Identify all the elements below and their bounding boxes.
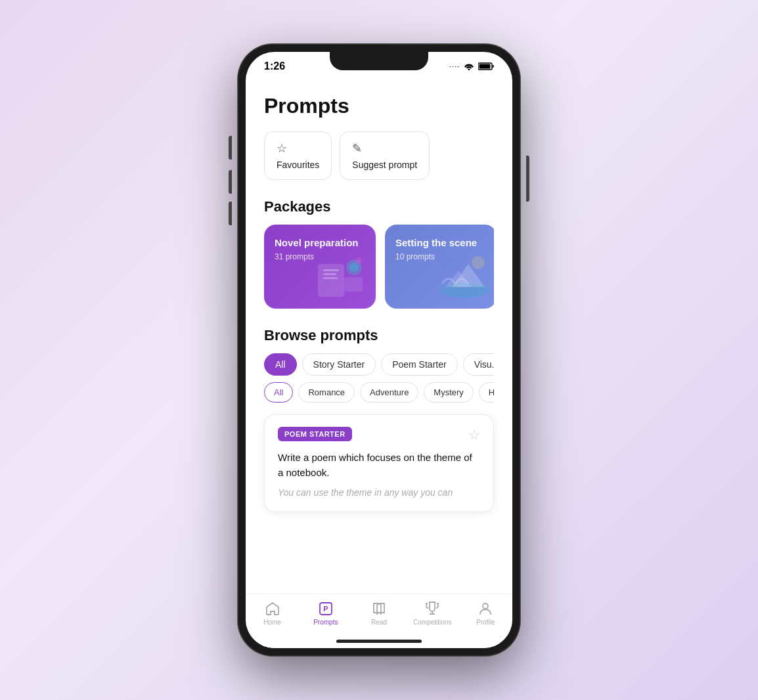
nav-item-competitions[interactable]: Competitions [406,601,459,626]
quick-actions-row: ☆ Favourites ✎ Suggest prompt [264,131,494,180]
package-card-novel[interactable]: Novel preparation 31 prompts [264,225,376,309]
package-novel-title: Novel preparation [275,236,365,250]
favourite-star-icon[interactable]: ☆ [468,427,480,443]
read-icon [371,601,387,617]
signal-icon: ···· [449,62,460,70]
phone-screen: 1:26 ···· Prompts ☆ Favo [246,52,512,648]
svg-rect-8 [344,277,363,292]
prompt-card[interactable]: POEM STARTER ☆ Write a poem which focuse… [264,414,494,512]
svg-text:P: P [323,605,328,613]
filter-all[interactable]: All [264,353,297,376]
svg-rect-5 [323,277,338,279]
filter-visual[interactable]: Visu... [463,353,494,376]
prompt-main-text: Write a poem which focuses on the theme … [278,450,480,480]
nav-item-profile[interactable]: Profile [459,601,512,626]
browse-title: Browse prompts [264,327,494,344]
favourites-label: Favourites [277,160,319,170]
genre-humour[interactable]: Humour [479,382,494,403]
competitions-label: Competitions [413,619,451,626]
genre-adventure[interactable]: Adventure [360,382,418,403]
filter-poem-starter[interactable]: Poem Starter [381,353,457,376]
page-title: Prompts [264,94,494,118]
competitions-icon [424,601,440,617]
genre-mystery[interactable]: Mystery [424,382,474,403]
genre-filters-row: All Romance Adventure Mystery Humour [264,382,494,403]
status-bar: 1:26 ···· [246,52,512,81]
home-label: Home [263,619,281,626]
prompt-card-header: POEM STARTER ☆ [278,427,480,443]
status-icons: ···· [449,62,494,70]
svg-rect-4 [323,273,336,275]
package-card-setting[interactable]: Setting the scene 10 prompts [385,225,494,309]
packages-title: Packages [264,198,494,215]
package-novel-count: 31 prompts [275,252,365,261]
svg-rect-3 [323,269,339,271]
profile-icon [478,601,493,617]
status-time: 1:26 [264,60,285,72]
package-setting-title: Setting the scene [395,236,486,250]
svg-rect-2 [318,264,344,297]
nav-item-read[interactable]: Read [352,601,405,626]
nav-item-home[interactable]: Home [246,601,299,626]
svg-rect-1 [479,64,491,69]
prompts-label: Prompts [313,619,338,626]
suggest-prompt-button[interactable]: ✎ Suggest prompt [340,131,430,180]
prompt-sub-text: You can use the theme in any way you can [278,487,480,500]
phone-device: 1:26 ···· Prompts ☆ Favo [238,44,520,656]
package-setting-count: 10 prompts [395,252,486,261]
home-icon [265,601,280,617]
star-icon: ☆ [277,141,287,156]
battery-icon [478,62,494,70]
edit-icon: ✎ [352,141,362,156]
profile-label: Profile [476,619,495,626]
type-filters-row: All Story Starter Poem Starter Visu... [264,353,494,376]
screen-content: Prompts ☆ Favourites ✎ Suggest prompt Pa… [246,81,512,594]
genre-all[interactable]: All [264,382,293,403]
genre-romance[interactable]: Romance [298,382,355,403]
packages-row: Novel preparation 31 prompts [264,225,494,309]
svg-point-16 [483,603,488,609]
prompts-icon: P [318,601,334,617]
svg-point-7 [349,263,359,272]
home-indicator [336,640,422,643]
wifi-icon [464,62,474,70]
favourites-button[interactable]: ☆ Favourites [264,131,332,180]
read-label: Read [371,619,387,626]
filter-story-starter[interactable]: Story Starter [302,353,376,376]
suggest-label: Suggest prompt [352,160,417,170]
nav-item-prompts[interactable]: P Prompts [299,601,352,626]
prompt-tag-badge: POEM STARTER [278,427,352,441]
